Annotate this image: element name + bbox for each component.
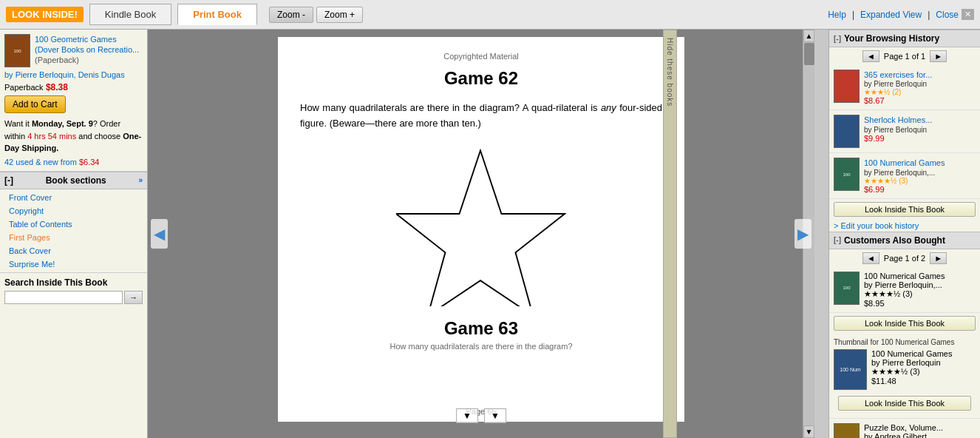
also-bought-label: Customers Also Bought: [844, 235, 945, 246]
book-info: 100 100 Geometric Games (Dover Books on …: [0, 30, 147, 172]
also-bought-info-0: 100 Numerical Games by Pierre Berloquin,…: [864, 272, 945, 308]
page-content: Copyrighted Material Game 62 How many qu…: [278, 37, 684, 422]
history-title-1[interactable]: Sherlock Holmes...: [864, 115, 976, 125]
thumb-book-title[interactable]: 100 Numerical Games: [871, 349, 952, 358]
next-page-button[interactable]: ▶: [794, 219, 811, 249]
book-thumb: 100 100 Geometric Games (Dover Books on …: [4, 34, 143, 67]
used-new-text: 42 used & new from: [4, 158, 79, 166]
history-price-0: $8.67: [864, 96, 976, 105]
svg-marker-0: [396, 150, 565, 306]
thumb-look-inside-btn[interactable]: Look Inside This Book: [838, 396, 971, 411]
section-surprise-me[interactable]: Surprise Me!: [0, 257, 147, 271]
collapse-sections-icon[interactable]: [-]: [4, 175, 13, 186]
section-back-cover[interactable]: Back Cover: [0, 244, 147, 257]
also-bought-page-label: Page 1 of 2: [884, 254, 925, 263]
book-details: 100 Geometric Games (Dover Books on Recr…: [35, 34, 143, 64]
viewer-bottom-nav: ▼ ▼: [456, 408, 506, 423]
history-thumb-1: [834, 115, 860, 148]
nav-down-left[interactable]: ▼: [456, 408, 478, 423]
also-bought-author-0: by Pierre Berloquin,...: [864, 280, 945, 289]
history-reviews-0: (2): [892, 88, 901, 96]
thumbnail-image: 100 Num: [834, 349, 867, 390]
also-bought-title-0[interactable]: 100 Numerical Games: [864, 272, 945, 280]
also-bought-price-0: $8.95: [864, 299, 945, 308]
used-new[interactable]: 42 used & new from $6.34: [4, 158, 143, 166]
history-reviews-2: (3): [899, 177, 908, 185]
also-bought-author-extra: by Andrea Gilbert,...: [864, 432, 943, 438]
book-format: (Paperback): [35, 55, 143, 64]
search-section: Search Inside This Book →: [0, 272, 147, 309]
scroll-down-button[interactable]: ▼: [803, 425, 814, 438]
also-bought-next-btn[interactable]: ►: [930, 252, 947, 264]
left-panel: 100 100 Geometric Games (Dover Books on …: [0, 30, 148, 438]
history-author-0: by Pierre Berloquin: [864, 80, 976, 88]
section-first-pages[interactable]: First Pages: [0, 231, 147, 244]
thumb-author: by Pierre Berloquin: [871, 358, 952, 367]
toolbar: LOOK INSIDE! Kindle Book Print Book Zoom…: [0, 0, 980, 30]
sep2: |: [928, 10, 930, 20]
close-link[interactable]: Close: [936, 10, 959, 20]
history-page-nav: ◄ Page 1 of 1 ►: [829, 47, 980, 65]
also-bought-stars-0: ★★★★½ (3): [864, 289, 945, 299]
search-input[interactable]: [4, 291, 123, 304]
also-bought-thumb-extra: Puzz: [834, 423, 860, 438]
thumbnail-title: Thumbnail for 100 Numerical Games: [834, 338, 976, 346]
also-bought-info-extra: Puzzle Box, Volume... by Andrea Gilbert,…: [864, 423, 943, 438]
tab-kindle[interactable]: Kindle Book: [89, 4, 171, 25]
also-bought-page-nav: ◄ Page 1 of 2 ►: [829, 249, 980, 267]
history-author-2: by Pierre Berloquin,...: [864, 169, 976, 177]
also-bought-item-0: 100 100 Numerical Games by Pierre Berloq…: [829, 267, 980, 313]
thumbnail-section: Thumbnail for 100 Numerical Games 100 Nu…: [829, 334, 980, 419]
zoom-group: Zoom - Zoom +: [269, 7, 363, 23]
hide-books-tab[interactable]: Hide these books: [663, 30, 677, 438]
also-bought-header[interactable]: [-] Customers Also Bought: [829, 232, 980, 249]
zoom-minus-button[interactable]: Zoom -: [269, 7, 313, 23]
history-info-0: 365 exercises for... by Pierre Berloquin…: [864, 70, 976, 105]
history-title-0[interactable]: 365 exercises for...: [864, 70, 976, 80]
also-bought-item-extra: Puzz Puzzle Box, Volume... by Andrea Gil…: [829, 419, 980, 438]
browsing-history-label: Your Browsing History: [844, 33, 939, 44]
expanded-view-link[interactable]: Expanded View: [860, 10, 922, 20]
thumb-price: $11.48: [871, 377, 952, 385]
also-bought-title-extra[interactable]: Puzzle Box, Volume...: [864, 423, 943, 432]
close-x-icon[interactable]: ✕: [962, 9, 974, 20]
edit-history-link[interactable]: > Edit your book history: [829, 220, 980, 232]
history-look-inside-btn[interactable]: Look Inside This Book: [834, 202, 976, 217]
help-link[interactable]: Help: [828, 10, 846, 20]
history-title-2[interactable]: 100 Numerical Games: [864, 158, 976, 168]
book-author: by Pierre Berloquin, Denis Dugas: [4, 70, 143, 79]
nav-down-right[interactable]: ▼: [484, 408, 506, 423]
prev-page-button[interactable]: ◀: [151, 219, 168, 249]
tab-print[interactable]: Print Book: [177, 4, 257, 25]
also-bought-look-inside-btn[interactable]: Look Inside This Book: [834, 316, 976, 331]
center-viewer: ◀ ▶ Copyrighted Material Game 62 How man…: [148, 30, 814, 438]
collapse-history-icon[interactable]: [-]: [834, 35, 841, 43]
add-to-cart-button[interactable]: Add to Cart: [4, 95, 66, 113]
format-label: Paperback: [4, 83, 44, 92]
game1-text: How many quadrilaterals are there in the…: [300, 101, 662, 132]
also-bought-reviews-0: (3): [902, 289, 912, 298]
zoom-plus-button[interactable]: Zoom +: [316, 7, 363, 23]
delivery-info: Want it Monday, Sept. 9? Order within 4 …: [4, 118, 143, 155]
expand-all-icon[interactable]: »: [138, 176, 143, 184]
book-sections-list: Front Cover Copyright Table of Contents …: [0, 189, 147, 272]
section-front-cover[interactable]: Front Cover: [0, 191, 147, 204]
collapse-also-bought-icon[interactable]: [-]: [834, 236, 841, 244]
main-content: 100 100 Geometric Games (Dover Books on …: [0, 30, 980, 438]
scroll-up-button[interactable]: ▲: [803, 30, 814, 42]
history-prev-btn[interactable]: ◄: [862, 50, 879, 62]
browsing-history-header[interactable]: [-] Your Browsing History: [829, 30, 980, 47]
history-item-1: Sherlock Holmes... by Pierre Berloquin $…: [829, 110, 980, 153]
search-go-button[interactable]: →: [124, 291, 143, 304]
game1-title: Game 62: [300, 68, 662, 89]
toolbar-right-links: Help | Expanded View | Close ✕: [828, 9, 974, 20]
section-toc[interactable]: Table of Contents: [0, 218, 147, 231]
book-title: 100 Geometric Games (Dover Books on Recr…: [35, 34, 143, 55]
hide-books-label: Hide these books: [666, 38, 674, 107]
also-bought-prev-btn[interactable]: ◄: [862, 252, 879, 264]
history-next-btn[interactable]: ►: [930, 50, 947, 62]
book-cover-thumbnail: 100: [4, 34, 30, 67]
scroll-thumb[interactable]: [804, 43, 814, 65]
section-copyright[interactable]: Copyright: [0, 204, 147, 218]
search-row: →: [4, 291, 143, 304]
